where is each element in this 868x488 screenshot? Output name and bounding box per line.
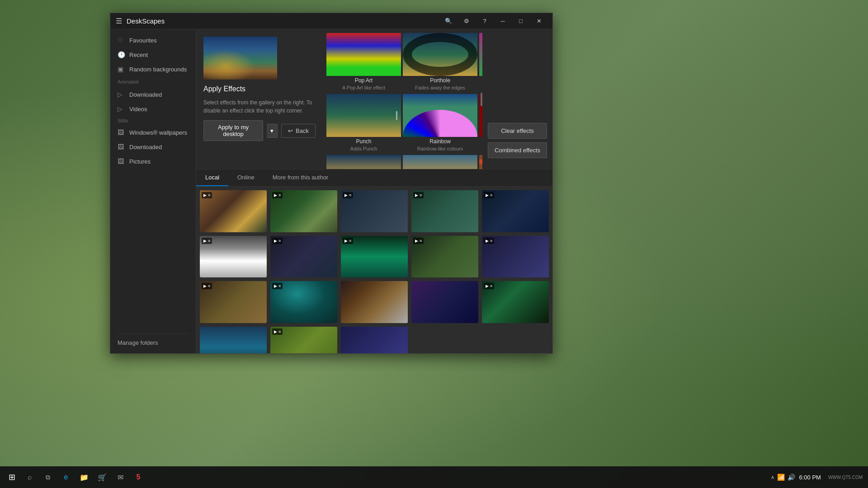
tab-local[interactable]: Local <box>196 169 228 186</box>
effect-item-rainbow[interactable]: Rainbow Rainbow-like colours <box>403 94 477 153</box>
effect-thumb-rainbow <box>403 94 477 137</box>
apply-desktop-button[interactable]: Apply to my desktop <box>203 120 263 141</box>
settings-button[interactable]: ⚙ <box>458 13 475 29</box>
back-button[interactable]: ↩ Back <box>281 124 316 138</box>
taskbar-folder-button[interactable]: 📁 <box>76 469 92 485</box>
image-icon-1: 🖼 <box>118 129 125 136</box>
badge-text: ≡ <box>208 284 210 288</box>
app-body: ♡ Favourites 🕐 Recent ▣ Random backgroun… <box>110 29 552 353</box>
chevron-icon[interactable]: ∧ <box>771 474 774 480</box>
sidebar-item-downloaded-animated[interactable]: ▷ Downloaded <box>110 87 196 102</box>
wallpaper-badge-17: ▶≡ <box>272 328 283 335</box>
sidebar-item-random-backgrounds[interactable]: ▣ Random backgrounds <box>110 62 196 76</box>
preview-image <box>203 37 277 80</box>
effect-sublabel-pop-art: A Pop Art like effect <box>326 85 401 92</box>
help-button[interactable]: ? <box>476 13 493 29</box>
clear-effects-button[interactable]: Clear effects <box>488 123 547 139</box>
wallpaper-item-6[interactable]: ▶≡ <box>200 236 267 278</box>
wallpaper-grid-container: ▶≡▶≡▶≡▶≡▶≡▶≡▶≡▶≡▶≡▶≡▶≡▶≡▶≡▶≡ <box>196 187 552 353</box>
sidebar-label-videos: Videos <box>129 106 147 113</box>
play-icon: ▶ <box>274 239 277 243</box>
badge-text: ≡ <box>420 239 422 243</box>
minimize-button[interactable]: ─ <box>495 13 511 29</box>
effect-item-partial2[interactable] <box>403 155 477 169</box>
wallpaper-item-8[interactable]: ▶≡ <box>341 236 408 278</box>
effect-item-partial1[interactable] <box>326 155 401 169</box>
sidebar-item-pictures[interactable]: 🖼 Pictures <box>110 154 196 169</box>
effects-panel: Apply Effects Select effects from the ga… <box>196 29 552 169</box>
sidebar-label-random: Random backgrounds <box>129 66 187 73</box>
wallpaper-item-12[interactable]: ▶≡ <box>270 281 337 323</box>
sidebar-label-favourites: Favourites <box>129 37 157 44</box>
wallpaper-badge-4: ▶≡ <box>413 192 424 198</box>
sidebar-label-downloaded-animated: Downloaded <box>129 91 162 98</box>
wallpaper-item-5[interactable]: ▶≡ <box>482 190 549 232</box>
effect-label-psychedelic: Psychedelic <box>479 76 482 85</box>
close-button[interactable]: ✕ <box>531 13 547 29</box>
taskbar-time-display: 6:00 PM <box>799 474 821 481</box>
effect-sublabel-psychedelic: Trippy colours! <box>479 85 482 92</box>
menu-icon[interactable]: ☰ <box>116 17 122 25</box>
effect-item-porthole[interactable]: Porthole Fades away the edges <box>403 33 477 92</box>
wallpaper-grid: ▶≡▶≡▶≡▶≡▶≡▶≡▶≡▶≡▶≡▶≡▶≡▶≡▶≡▶≡ <box>200 190 549 353</box>
play-icon: ▶ <box>415 193 418 197</box>
sidebar-item-downloaded-stills[interactable]: 🖼 Downloaded <box>110 140 196 154</box>
play-icon: ▶ <box>274 193 277 197</box>
taskbar-store-button[interactable]: 🛒 <box>94 469 110 485</box>
taskbar-task-view[interactable]: ⧉ <box>40 469 56 485</box>
effect-item-punch[interactable]: Punch Adds Punch <box>326 94 401 153</box>
maximize-button[interactable]: □ <box>513 13 529 29</box>
wallpaper-item-3[interactable]: ▶≡ <box>341 190 408 232</box>
app-window: ☰ DeskScapes 🔍 ⚙ ? ─ □ ✕ ♡ Favourites 🕐 … <box>110 13 553 354</box>
sidebar-item-recent[interactable]: 🕐 Recent <box>110 47 196 62</box>
wallpaper-item-13[interactable] <box>341 281 408 323</box>
volume-icon: 🔊 <box>788 474 795 481</box>
taskbar-mail-button[interactable]: ✉ <box>112 469 128 485</box>
effect-item-psychedelic[interactable]: Psychedelic Trippy colours! <box>479 33 482 92</box>
apply-dropdown-button[interactable]: ▾ <box>267 124 278 138</box>
sidebar-item-videos[interactable]: ▷ Videos <box>110 102 196 116</box>
tab-online[interactable]: Online <box>228 169 264 186</box>
wallpaper-item-1[interactable]: ▶≡ <box>200 190 267 232</box>
wallpaper-item-15[interactable]: ▶≡ <box>482 281 549 323</box>
badge-text: ≡ <box>490 239 492 243</box>
video-icon-2: ▷ <box>118 105 125 113</box>
tab-more-from-author[interactable]: More from this author <box>264 169 338 186</box>
taskbar-app-button[interactable]: 5 <box>130 469 146 485</box>
combined-effects-button[interactable]: Combined effects <box>488 142 547 158</box>
wallpaper-item-9[interactable]: ▶≡ <box>411 236 478 278</box>
title-bar-right: 🔍 ⚙ ? ─ □ ✕ <box>440 13 547 29</box>
taskbar-clock[interactable]: 6:00 PM <box>799 474 821 481</box>
taskbar-search-button[interactable]: ⌕ <box>22 469 38 485</box>
wallpaper-item-4[interactable]: ▶≡ <box>411 190 478 232</box>
sidebar-label-pictures: Pictures <box>129 158 151 165</box>
wallpaper-item-18[interactable] <box>341 327 408 354</box>
play-icon: ▶ <box>486 193 489 197</box>
wallpaper-badge-7: ▶≡ <box>272 238 283 244</box>
sidebar-item-windows-wallpapers[interactable]: 🖼 Windows® wallpapers <box>110 125 196 140</box>
back-label: Back <box>296 127 309 134</box>
wallpaper-badge-15: ▶≡ <box>484 283 494 289</box>
wallpaper-item-7[interactable]: ▶≡ <box>270 236 337 278</box>
badge-text: ≡ <box>278 329 281 334</box>
search-button[interactable]: 🔍 <box>440 13 457 29</box>
wallpaper-badge-2: ▶≡ <box>272 192 283 198</box>
wallpaper-item-11[interactable]: ▶≡ <box>200 281 267 323</box>
wallpaper-item-14[interactable] <box>411 281 478 323</box>
wallpaper-item-17[interactable]: ▶≡ <box>270 327 337 354</box>
taskbar-start-button[interactable]: ⊞ <box>4 469 20 485</box>
taskbar-right: ∧ 📶 🔊 6:00 PM WWW.QT5.COM <box>765 474 868 481</box>
effect-item-checker[interactable] <box>479 155 482 169</box>
play-icon: ▶ <box>203 239 207 243</box>
effect-item-pop-art[interactable]: Pop Art A Pop Art like effect <box>326 33 401 92</box>
wallpaper-item-16[interactable] <box>200 327 267 354</box>
manage-folders-button[interactable]: Manage folders <box>118 333 189 350</box>
wallpaper-badge-3: ▶≡ <box>343 192 353 198</box>
wallpaper-badge-5: ▶≡ <box>484 192 494 198</box>
taskbar-ie-button[interactable]: e <box>58 469 74 485</box>
wallpaper-item-2[interactable]: ▶≡ <box>270 190 337 232</box>
wallpaper-item-10[interactable]: ▶≡ <box>482 236 549 278</box>
sidebar-item-favourites[interactable]: ♡ Favourites <box>110 33 196 47</box>
effect-label-porthole: Porthole <box>403 76 477 85</box>
badge-text: ≡ <box>349 239 351 243</box>
